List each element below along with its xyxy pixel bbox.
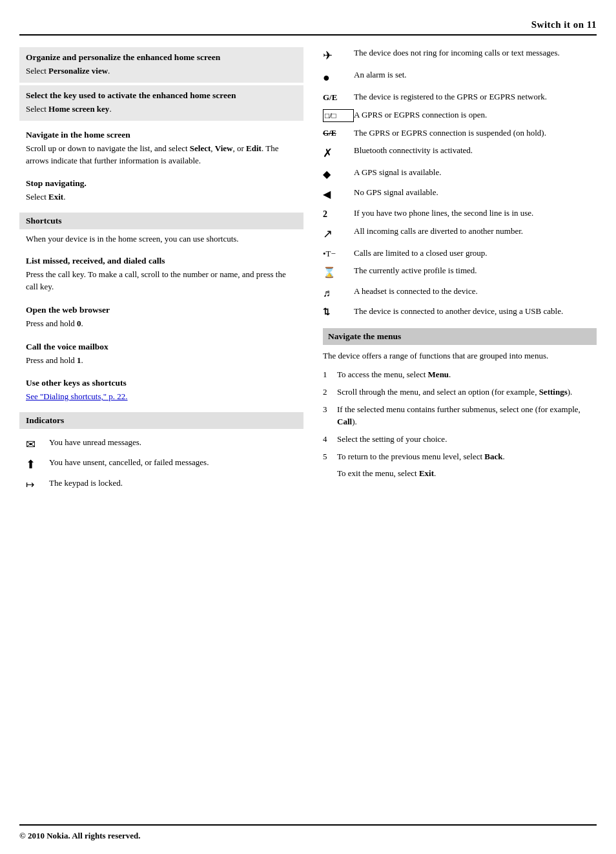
list-item: ⇅ The device is connected to another dev… xyxy=(323,306,597,318)
list-item: ⬆ You have unsent, cancelled, or failed … xyxy=(26,457,297,473)
two-lines-text: If you have two phone lines, the second … xyxy=(354,207,597,219)
navigate-home-text: Scroll up or down to navigate the list, … xyxy=(26,143,297,167)
left-column: Organize and personalize the enhanced ho… xyxy=(19,47,316,817)
stop-navigating-text: Select Exit. xyxy=(26,191,297,203)
no-gps-icon: ◀ xyxy=(323,187,354,202)
main-content: Organize and personalize the enhanced ho… xyxy=(19,47,597,817)
step-num-4: 4 xyxy=(323,433,337,446)
organize-text: Select Personalize view. xyxy=(26,65,297,78)
header-bar: Switch it on 11 xyxy=(19,19,597,36)
bluetooth-icon: ✗ xyxy=(323,145,354,161)
list-item: ◆ A GPS signal is available. xyxy=(323,167,597,182)
gprs-icon: G/E xyxy=(323,91,354,103)
step-num-1: 1 xyxy=(323,369,337,381)
step-num-5: 5 xyxy=(323,451,337,463)
footer-text: © 2010 Nokia. All rights reserved. xyxy=(19,831,141,840)
indicators-section: Indicators ✉ You have unread messages. ⬆… xyxy=(19,412,303,499)
list-item: ◀ No GPS signal available. xyxy=(323,187,597,202)
list-item: G/E The device is registered to the GPRS… xyxy=(323,91,597,103)
alarm-text: An alarm is set. xyxy=(354,69,597,81)
no-ring-icon: ✈ xyxy=(323,47,354,64)
step-text-5: To return to the previous menu level, se… xyxy=(337,451,597,463)
list-calls-text: Press the call key. To make a call, scro… xyxy=(26,269,297,293)
step-text-3: If the selected menu contains further su… xyxy=(337,404,597,428)
two-lines-icon: 2 xyxy=(323,207,354,221)
gps-available-text: A GPS signal is available. xyxy=(354,167,597,178)
right-column: ✈ The device does not ring for incoming … xyxy=(316,47,597,817)
other-shortcuts-heading: Use other keys as shortcuts xyxy=(26,378,297,388)
list-item: □/□ A GPRS or EGPRS connection is open. xyxy=(323,109,597,123)
step-text-exit: To exit the menu, select Exit. xyxy=(337,468,597,480)
list-item: 2 If you have two phone lines, the secon… xyxy=(323,207,597,221)
no-gps-text: No GPS signal available. xyxy=(354,187,597,198)
gps-available-icon: ◆ xyxy=(323,167,354,182)
list-item: ⌛ The currently active profile is timed. xyxy=(323,265,597,280)
nav-step-4: 4 Select the setting of your choice. xyxy=(323,433,597,446)
section-other-shortcuts: Use other keys as shortcuts See "Dialing… xyxy=(19,373,303,408)
gprs-suspended-text: The GPRS or EGPRS connection is suspende… xyxy=(354,127,597,139)
list-item: ✗ Bluetooth connectivity is activated. xyxy=(323,145,597,161)
list-item: G/E The GPRS or EGPRS connection is susp… xyxy=(323,127,597,139)
list-item: ✈ The device does not ring for incoming … xyxy=(323,47,597,64)
gprs-open-icon: □/□ xyxy=(323,109,354,123)
personalize-link[interactable]: Personalize view xyxy=(48,66,108,76)
nav-menus-section: Navigate the menus The device offers a r… xyxy=(323,328,597,480)
unread-messages-text: You have unread messages. xyxy=(49,437,297,448)
nav-menus-intro: The device offers a range of functions t… xyxy=(323,350,597,362)
select-key-heading: Select the key used to activate the enha… xyxy=(26,90,297,101)
step-text-2: Scroll through the menu, and select an o… xyxy=(337,386,597,399)
open-browser-heading: Open the web browser xyxy=(26,305,297,315)
alarm-icon: ● xyxy=(323,69,354,86)
stop-navigating-heading: Stop navigating. xyxy=(26,178,297,189)
list-item: ● An alarm is set. xyxy=(323,69,597,86)
gprs-open-text: A GPRS or EGPRS connection is open. xyxy=(354,109,597,121)
list-item: ↦ The keypad is locked. xyxy=(26,477,297,492)
step-text-4: Select the setting of your choice. xyxy=(337,433,597,446)
timed-profile-text: The currently active profile is timed. xyxy=(354,265,597,276)
select-key-text: Select Home screen key. xyxy=(26,103,297,116)
divert-icon: ↗ xyxy=(323,225,354,242)
page: Switch it on 11 Organize and personalize… xyxy=(0,0,616,854)
home-screen-key-link[interactable]: Home screen key xyxy=(48,104,109,114)
section-stop-navigating: Stop navigating. Select Exit. xyxy=(19,173,303,209)
organize-heading: Organize and personalize the enhanced ho… xyxy=(26,52,297,63)
timed-profile-icon: ⌛ xyxy=(323,265,354,280)
upload-icon: ⬆ xyxy=(26,457,49,473)
header-title: Switch it on 11 xyxy=(531,19,597,30)
other-shortcuts-link[interactable]: See "Dialing shortcuts," p. 22. xyxy=(26,391,297,403)
shortcuts-section: Shortcuts When your device is in the hom… xyxy=(19,213,303,251)
list-calls-heading: List missed, received, and dialed calls xyxy=(26,256,297,266)
list-item: ✉ You have unread messages. xyxy=(26,437,297,453)
section-open-browser: Open the web browser Press and hold 0. xyxy=(19,300,303,335)
open-browser-text: Press and hold 0. xyxy=(26,318,297,330)
keypad-locked-text: The keypad is locked. xyxy=(49,477,297,489)
step-text-1: To access the menu, select Menu. xyxy=(337,369,597,381)
no-ring-text: The device does not ring for incoming ca… xyxy=(354,47,597,59)
list-item: •T− Calls are limited to a closed user g… xyxy=(323,247,597,260)
navigate-home-heading: Navigate in the home screen xyxy=(26,130,297,140)
step-num-2: 2 xyxy=(323,386,337,399)
indicators-heading: Indicators xyxy=(19,412,303,429)
unsent-messages-text: You have unsent, cancelled, or failed me… xyxy=(49,457,297,468)
nav-step-1: 1 To access the menu, select Menu. xyxy=(323,369,597,381)
step-num-3: 3 xyxy=(323,404,337,416)
footer: © 2010 Nokia. All rights reserved. xyxy=(19,824,597,841)
nav-step-2: 2 Scroll through the menu, and select an… xyxy=(323,386,597,399)
nav-step-5: 5 To return to the previous menu level, … xyxy=(323,451,597,463)
section-navigate-home: Navigate in the home screen Scroll up or… xyxy=(19,125,303,172)
section-organize: Organize and personalize the enhanced ho… xyxy=(19,47,303,83)
bluetooth-text: Bluetooth connectivity is activated. xyxy=(354,145,597,156)
nav-step-exit: To exit the menu, select Exit. xyxy=(323,468,597,480)
closed-group-text: Calls are limited to a closed user group… xyxy=(354,247,597,259)
usb-text: The device is connected to another devic… xyxy=(354,306,597,317)
list-item: ♬ A headset is connected to the device. xyxy=(323,286,597,300)
right-indicators-section: ✈ The device does not ring for incoming … xyxy=(323,47,597,318)
headset-text: A headset is connected to the device. xyxy=(354,286,597,297)
left-indicators-list: ✉ You have unread messages. ⬆ You have u… xyxy=(19,433,303,499)
voice-mailbox-heading: Call the voice mailbox xyxy=(26,342,297,352)
keypad-locked-icon: ↦ xyxy=(26,477,49,492)
headset-icon: ♬ xyxy=(323,286,354,300)
closed-group-icon: •T− xyxy=(323,247,354,260)
voice-mailbox-text: Press and hold 1. xyxy=(26,355,297,367)
usb-icon: ⇅ xyxy=(323,306,354,318)
